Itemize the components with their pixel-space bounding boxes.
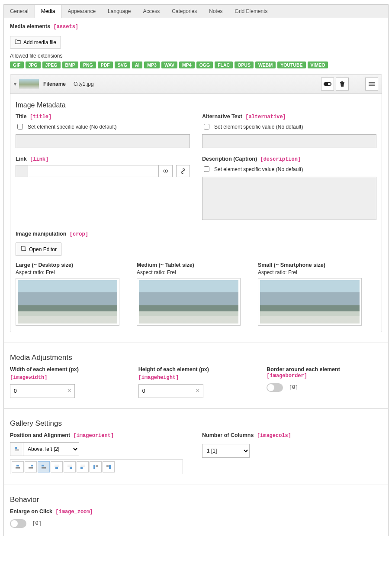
pos-icon-row xyxy=(10,459,183,474)
ext-ogg: OGG xyxy=(196,61,213,68)
zoom-toggle[interactable] xyxy=(10,519,26,528)
svg-rect-25 xyxy=(93,465,95,469)
crop-title: Medium (~ Tablet size) xyxy=(137,262,245,268)
pos-option-8[interactable] xyxy=(103,461,115,472)
svg-rect-9 xyxy=(16,469,20,469)
link-input[interactable] xyxy=(28,165,159,177)
ext-flac: FLAC xyxy=(215,61,233,68)
height-code: [imageheight] xyxy=(138,375,179,381)
desc-input[interactable] xyxy=(202,177,376,220)
ext-svg: SVG xyxy=(115,61,130,68)
drag-icon xyxy=(369,82,375,86)
file-header[interactable]: ▾ Filename City1.jpg xyxy=(10,75,382,94)
link-browser-button[interactable] xyxy=(176,165,190,177)
tab-notes[interactable]: Notes xyxy=(203,5,228,18)
width-label: Width of each element (px) xyxy=(10,366,79,372)
pos-select[interactable]: Above, left [2] xyxy=(23,442,79,456)
drag-handle[interactable] xyxy=(365,78,378,91)
desc-label: Description (Caption) xyxy=(202,156,257,162)
tab-appearance[interactable]: Appearance xyxy=(61,5,102,18)
delete-button[interactable] xyxy=(336,78,349,91)
ext-opus: OPUS xyxy=(235,61,254,68)
svg-rect-20 xyxy=(67,466,72,466)
pos-code: [imageorient] xyxy=(73,433,114,439)
alt-override-check[interactable]: Set element specific value (No default) xyxy=(202,123,376,131)
pos-option-5[interactable] xyxy=(64,461,76,472)
svg-rect-32 xyxy=(106,468,109,468)
crop-variant-1: Medium (~ Tablet size)Aspect ratio: Frei xyxy=(137,262,245,326)
ext-webm: WEBM xyxy=(255,61,276,68)
height-input[interactable] xyxy=(138,384,203,398)
tab-content: Media elements [assets] Add media file A… xyxy=(4,18,388,536)
tab-access[interactable]: Access xyxy=(137,5,166,18)
pos-option-4[interactable] xyxy=(51,461,63,472)
tabs: General Media Appearance Language Access… xyxy=(4,5,388,18)
add-media-button[interactable]: Add media file xyxy=(10,36,61,49)
svg-rect-8 xyxy=(16,467,20,468)
crop-variant-0: Large (~ Desktop size)Aspect ratio: Frei xyxy=(16,262,124,326)
svg-rect-7 xyxy=(16,465,19,466)
crop-title: Small (~ Smartphone size) xyxy=(258,262,366,268)
crop-variants: Large (~ Desktop size)Aspect ratio: Frei… xyxy=(16,262,376,326)
open-editor-button[interactable]: Open Editor xyxy=(16,243,61,256)
media-panel: General Media Appearance Language Access… xyxy=(3,4,389,536)
pos-option-6[interactable] xyxy=(77,461,89,472)
clear-icon[interactable]: ✕ xyxy=(196,388,200,394)
pos-option-2[interactable] xyxy=(25,461,37,472)
pos-preview-icon xyxy=(10,442,23,456)
svg-rect-10 xyxy=(31,465,33,466)
manip-label: Image manipulation xyxy=(16,231,66,237)
border-toggle[interactable] xyxy=(267,383,283,392)
crop-variant-2: Small (~ Smartphone size)Aspect ratio: F… xyxy=(258,262,366,326)
crop-preview[interactable] xyxy=(16,278,119,326)
cols-select[interactable]: 1 [1] xyxy=(202,444,250,458)
link-input-group xyxy=(16,165,190,177)
pos-option-3[interactable] xyxy=(38,461,50,472)
crop-icon xyxy=(20,246,26,253)
width-input[interactable] xyxy=(10,384,75,398)
ext-bmp: BMP xyxy=(62,61,78,68)
width-code: [imagewidth] xyxy=(10,375,47,381)
title-override-check[interactable]: Set element specific value (No default) xyxy=(16,123,190,131)
file-filename: City1.jpg xyxy=(74,81,94,87)
clear-icon[interactable]: ✕ xyxy=(67,388,71,394)
tab-categories[interactable]: Categories xyxy=(166,5,203,18)
title-code: [title] xyxy=(30,114,51,120)
file-body: Image Metadata Title [title] Set element… xyxy=(10,94,382,332)
svg-point-1 xyxy=(328,83,331,85)
tab-general[interactable]: General xyxy=(4,5,35,18)
border-label: Border around each element xyxy=(267,366,340,372)
tab-grid-elements[interactable]: Grid Elements xyxy=(229,5,274,18)
collapse-icon[interactable]: ▾ xyxy=(14,81,16,87)
svg-rect-16 xyxy=(55,465,59,465)
border-value: [0] xyxy=(289,385,299,391)
zoom-label: Enlarge on Click xyxy=(10,508,52,514)
crop-preview[interactable] xyxy=(258,278,362,326)
ext-vimeo: VIMEO xyxy=(308,61,328,68)
tab-media[interactable]: Media xyxy=(35,5,62,18)
cols-code: [imagecols] xyxy=(257,433,291,439)
svg-rect-26 xyxy=(96,465,98,466)
title-input[interactable] xyxy=(16,134,190,148)
svg-rect-6 xyxy=(15,451,19,451)
pos-option-1[interactable] xyxy=(12,461,24,472)
alt-input[interactable] xyxy=(202,134,376,148)
svg-rect-14 xyxy=(42,467,46,468)
desc-override-check[interactable]: Set element specific value (No default) xyxy=(202,165,376,173)
link-label: Link xyxy=(16,156,27,162)
alt-label: Alternative Text xyxy=(202,113,242,120)
link-prefix-icon xyxy=(16,165,28,177)
ext-ai: AI xyxy=(132,61,143,68)
link-wizard-button[interactable] xyxy=(159,165,173,177)
toggle-visibility-button[interactable] xyxy=(321,78,334,91)
svg-rect-5 xyxy=(15,450,19,450)
svg-rect-30 xyxy=(106,465,109,466)
height-label: Height of each element (px) xyxy=(138,366,209,372)
ext-png: PNG xyxy=(80,61,96,68)
metadata-heading: Image Metadata xyxy=(16,101,376,109)
crop-preview[interactable] xyxy=(137,278,241,326)
pos-label: Position and Alignment xyxy=(10,432,70,438)
tab-language[interactable]: Language xyxy=(102,5,137,18)
crop-title: Large (~ Desktop size) xyxy=(16,262,124,268)
pos-option-7[interactable] xyxy=(90,461,102,472)
